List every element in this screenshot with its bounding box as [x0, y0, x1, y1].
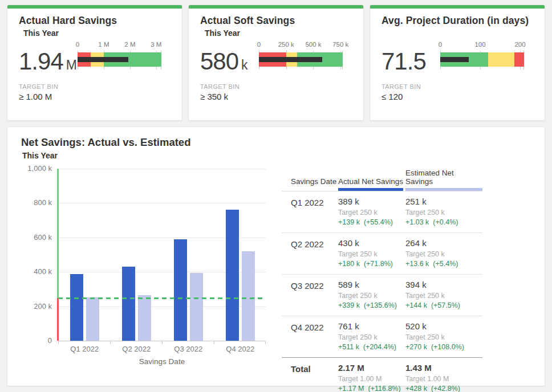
- cell-target: Target 250 k: [405, 250, 482, 258]
- kpi-value: 580: [200, 48, 238, 75]
- estimated-cell: 1.43 MTarget 1.00 M+428 k(+42.8%): [405, 363, 482, 392]
- kpi-value-wrap: 71.5: [381, 48, 440, 75]
- x-axis-category-label: Q4 2022: [226, 345, 254, 353]
- bar-actual-net-savings-q3-2022[interactable]: [174, 239, 187, 341]
- bar-actual-net-savings-q4-2022[interactable]: [226, 210, 239, 341]
- y-axis-tick-label: 400 k: [7, 267, 52, 276]
- delta-percent: (+42.8%): [431, 385, 460, 392]
- kpi-cards-row: Actual Hard Savings This Year 1.94 M 01 …: [7, 5, 545, 121]
- y-axis-tick-label: 0: [7, 336, 52, 345]
- delta-value: +1.03 k: [405, 218, 429, 226]
- cell-target: Target 1.00 M: [405, 375, 482, 383]
- table-row-q2-2022[interactable]: Q2 2022430 kTarget 250 k+180 k(+71.8%)26…: [282, 232, 482, 274]
- card-subtitle: This Year: [205, 28, 352, 39]
- bullet-track: [78, 52, 161, 67]
- cell-delta: +511 k(+204.4%): [338, 343, 405, 351]
- chart-subtitle: This Year: [22, 151, 58, 160]
- table-header-estimated-net-savings[interactable]: Estimated Net Savings: [405, 169, 482, 191]
- target-bin-value: ≤ 120: [381, 92, 533, 101]
- delta-value: +1.17 M: [338, 385, 364, 392]
- estimated-cell: 264 kTarget 250 k+13.6 k(+5.4%): [405, 238, 482, 268]
- x-axis-tick: [58, 341, 59, 344]
- card-title: Avg. Project Duration (in days): [381, 15, 533, 27]
- cell-delta: +339 k(+135.6%): [338, 301, 405, 309]
- delta-value: +144 k: [405, 301, 427, 309]
- bullet-measure-bar: [259, 57, 322, 62]
- card-title: Actual Hard Savings: [19, 15, 171, 27]
- table-row-q4-2022[interactable]: Q4 2022761 kTarget 250 k+511 k(+204.4%)5…: [282, 316, 482, 357]
- kpi-value-wrap: 580 k: [200, 48, 259, 75]
- delta-percent: (+204.4%): [363, 343, 396, 351]
- y-axis-tick-label: 200 k: [7, 302, 52, 311]
- kpi-body: 580 k 0250 k500 k750 k: [200, 40, 343, 75]
- table-header-row: Savings DateActual Net SavingsEstimated …: [282, 169, 482, 191]
- kpi-body: 71.5 0100200: [381, 40, 524, 75]
- cell-target: Target 250 k: [405, 209, 482, 217]
- cell-value: 264 k: [405, 238, 482, 248]
- delta-value: +139 k: [338, 218, 360, 226]
- bullet-chart: 01 M2 M3 M: [78, 41, 161, 67]
- cell-value: 520 k: [405, 321, 482, 331]
- kpi-value: 1.94: [19, 48, 63, 75]
- bullet-axis: 0250 k500 k750 k: [259, 41, 343, 51]
- cell-target: Target 250 k: [338, 209, 405, 217]
- row-label: Total: [291, 363, 338, 374]
- table-row-q3-2022[interactable]: Q3 2022589 kTarget 250 k+339 k(+135.6%)3…: [282, 274, 482, 316]
- actual-cell: 389 kTarget 250 k+139 k(+55.4%): [338, 197, 405, 226]
- row-label-cell: Total: [282, 363, 338, 392]
- x-axis-tick: [214, 341, 214, 344]
- cell-value: 1.43 M: [405, 363, 482, 373]
- cell-target: Target 250 k: [405, 292, 482, 300]
- bullet-segment-red-zone: [514, 52, 525, 67]
- bullet-axis-label: 500 k: [305, 41, 321, 48]
- x-axis-tick: [265, 341, 266, 344]
- bar-estimated-net-savings-q4-2022[interactable]: [242, 251, 255, 341]
- cell-value: 251 k: [405, 197, 482, 206]
- cell-value: 761 k: [338, 321, 405, 331]
- table-header-label: Actual Net Savings: [338, 177, 403, 191]
- cell-target: Target 250 k: [338, 333, 405, 341]
- card-subtitle: This Year: [23, 28, 171, 39]
- y-axis-tick-label: 1,000 k: [7, 164, 52, 173]
- delta-value: +511 k: [338, 343, 359, 351]
- row-label: Q4 2022: [291, 321, 338, 332]
- delta-percent: (+0.4%): [433, 218, 458, 226]
- gridline: [58, 169, 266, 169]
- x-axis-category-label: Q1 2022: [70, 345, 99, 353]
- table-header-actual-net-savings[interactable]: Actual Net Savings: [338, 177, 405, 191]
- card-subtitle: [386, 28, 533, 39]
- bar-actual-net-savings-q2-2022[interactable]: [122, 267, 135, 341]
- bar-estimated-net-savings-q1-2022[interactable]: [86, 297, 99, 341]
- y-axis-tick-label: 800 k: [7, 198, 52, 207]
- bullet-axis-label: 750 k: [332, 41, 348, 48]
- bar-estimated-net-savings-q2-2022[interactable]: [138, 295, 151, 341]
- table-row-q1-2022[interactable]: Q1 2022389 kTarget 250 k+139 k(+55.4%)25…: [282, 191, 482, 232]
- cell-delta: +270 k(+108.0%): [405, 343, 482, 351]
- bar-chart: 1,000 k800 k600 k400 k200 k0Q1 2022Q2 20…: [7, 169, 281, 379]
- kpi-body: 1.94 M 01 M2 M3 M: [19, 40, 161, 75]
- bullet-axis-label: 0: [439, 41, 442, 48]
- delta-percent: (+71.8%): [364, 260, 393, 268]
- table-row-total[interactable]: Total2.17 MTarget 1.00 M+1.17 M(+116.8%)…: [282, 357, 482, 392]
- bullet-measure-bar: [78, 57, 128, 62]
- x-axis-category-label: Q2 2022: [122, 345, 151, 353]
- bar-actual-net-savings-q1-2022[interactable]: [70, 274, 83, 341]
- delta-percent: (+5.4%): [433, 260, 458, 268]
- delta-value: +428 k: [405, 385, 427, 392]
- bar-estimated-net-savings-q3-2022[interactable]: [190, 273, 203, 341]
- cell-target: Target 250 k: [405, 333, 482, 341]
- bullet-axis-label: 3 M: [151, 41, 161, 48]
- delta-value: +270 k: [405, 343, 427, 351]
- savings-table: Savings DateActual Net SavingsEstimated …: [282, 169, 482, 392]
- x-axis-title: Savings Date: [58, 357, 266, 366]
- dashboard-page: Actual Hard Savings This Year 1.94 M 01 …: [0, 0, 552, 392]
- delta-value: +13.6 k: [405, 260, 429, 268]
- table-header-savings-date[interactable]: Savings Date: [282, 177, 338, 191]
- y-axis-above-target: [57, 169, 59, 298]
- delta-percent: (+108.0%): [431, 343, 464, 351]
- delta-percent: (+135.6%): [364, 301, 397, 309]
- cell-delta: +180 k(+71.8%): [338, 260, 405, 268]
- cell-delta: +144 k(+57.5%): [405, 301, 482, 309]
- table-header-label: Estimated Net Savings: [405, 169, 482, 191]
- x-axis-tick: [110, 341, 111, 344]
